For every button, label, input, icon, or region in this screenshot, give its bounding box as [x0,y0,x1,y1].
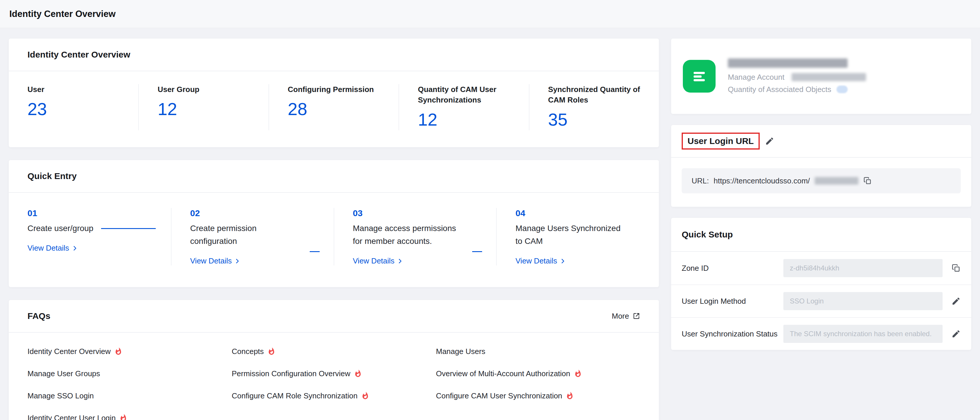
flame-icon [566,392,574,400]
edit-login-method-button[interactable] [951,296,961,306]
account-icon [683,60,716,92]
view-details-label: View Details [190,256,232,266]
faq-label: Configure CAM Role Synchronization [232,391,358,401]
stat-user-group: User Group 12 [138,84,268,130]
chevron-right-icon [560,258,566,264]
chevron-right-icon [72,245,78,251]
view-details-label: View Details [27,243,69,253]
stat-cam-roles-synced: Synchronized Quantity of CAM Roles 35 [529,84,659,130]
page-header: Identity Center Overview [0,0,980,28]
faqs-more-link[interactable]: More [612,312,640,321]
quick-setup-card: Quick Setup Zone ID z-dh5i84h4ukkh User … [671,218,971,350]
stat-value: 28 [288,99,387,120]
edit-icon [951,296,961,306]
overview-card: Identity Center Overview User 23 User Gr… [9,38,659,147]
faq-link[interactable]: Manage Users [436,340,640,363]
row-label: User Login Method [682,297,783,306]
quick-entry-card-header: Quick Entry [9,160,659,193]
stat-configuring-permission: Configuring Permission 28 [269,84,399,130]
faq-label: Identity Center Overview [27,347,111,356]
quick-entry-steps: 01 Create user/group View Details 02 Cre… [9,193,659,287]
stat-user: User 23 [9,84,138,130]
step-number: 04 [515,208,646,218]
flame-icon [267,347,275,355]
view-details-label: View Details [515,256,557,266]
quick-setup-title: Quick Setup [682,229,961,240]
login-method-value: SSO Login [783,292,943,310]
quick-entry-card: Quick Entry 01 Create user/group View De… [9,160,659,287]
stats-row: User 23 User Group 12 Configuring Permis… [9,71,659,147]
faq-label: Manage SSO Login [27,391,94,401]
step-title: Create permission configuration [190,222,304,248]
copy-icon [951,263,961,273]
chevron-right-icon [234,258,240,264]
flame-icon [119,414,127,420]
faq-label: Overview of Multi-Account Authorization [436,369,570,378]
faq-link[interactable]: Manage User Groups [27,363,232,385]
associated-objects-label: Quantity of Associated Objects [728,85,831,94]
faq-link[interactable]: Overview of Multi-Account Authorization [436,363,640,385]
faq-link[interactable]: Configure CAM User Synchronization [436,385,640,407]
faq-link[interactable]: Configure CAM Role Synchronization [232,385,436,407]
faq-link[interactable]: Concepts [232,340,436,363]
view-details-link[interactable]: View Details [190,256,241,266]
zone-id-value: z-dh5i84h4ukkh [783,259,943,277]
edit-icon [765,137,774,146]
quick-setup-row-sync-status: User Synchronization Status The SCIM syn… [671,317,971,350]
copy-zone-id-button[interactable] [951,263,961,273]
faq-label: Manage User Groups [27,369,100,378]
right-column: Manage Account Quantity of Associated Ob… [671,38,971,350]
edit-icon [951,329,961,339]
stat-value: 23 [27,99,127,120]
faq-link[interactable]: Permission Configuration Overview [232,363,436,385]
quick-entry-card-title: Quick Entry [27,171,76,181]
row-label: Zone ID [682,264,783,273]
content: Identity Center Overview User 23 User Gr… [0,28,980,420]
flame-icon [574,369,582,378]
edit-sync-status-button[interactable] [951,329,961,339]
quick-setup-row-login-method: User Login Method SSO Login [671,285,971,317]
step-title: Create user/group [27,222,94,235]
left-column: Identity Center Overview User 23 User Gr… [9,38,659,420]
account-card: Manage Account Quantity of Associated Ob… [671,38,971,114]
stat-label: Synchronized Quantity of CAM Roles [548,84,647,105]
quick-setup-row-zone-id: Zone ID z-dh5i84h4ukkh [671,252,971,285]
row-label: User Synchronization Status [682,329,783,339]
faq-link[interactable]: Identity Center Overview [27,340,232,363]
faq-label: Configure CAM User Synchronization [436,391,562,401]
redacted-url-suffix [815,177,858,185]
view-details-link[interactable]: View Details [515,256,566,266]
url-label: URL: [692,177,709,186]
view-details-link[interactable]: View Details [27,243,78,253]
sync-status-value: The SCIM synchronization has been enable… [783,325,943,343]
redacted-account-name [728,59,848,68]
faqs-card-title: FAQs [27,311,50,321]
faqs-card-header: FAQs More [9,300,659,332]
copy-url-button[interactable] [863,177,872,185]
step-title: Manage Users Synchronized to CAM [515,222,629,248]
faq-link[interactable]: Manage SSO Login [27,385,232,407]
external-link-icon [633,312,640,320]
faqs-grid: Identity Center Overview Concepts Manage… [27,340,640,420]
associated-objects-badge [837,86,848,93]
faq-label: Permission Configuration Overview [232,369,350,378]
stat-label: User Group [158,84,256,95]
quick-entry-step-4: 04 Manage Users Synchronized to CAM View… [496,208,659,266]
more-label: More [612,312,629,321]
overview-card-title: Identity Center Overview [27,50,130,60]
flame-icon [114,347,123,355]
user-login-url-body: URL: https://tencentcloudsso.com/ [671,158,971,207]
step-connector-dash [310,251,320,252]
stat-label: Quantity of CAM User Synchronizations [418,84,517,105]
faq-link[interactable]: Identity Center User Login [27,407,232,420]
view-details-label: View Details [353,256,395,266]
quick-setup-header: Quick Setup [671,218,971,252]
step-connector-line [101,228,156,229]
view-details-link[interactable]: View Details [353,256,404,266]
manage-account-label: Manage Account [728,72,784,82]
edit-login-url-button[interactable] [765,137,774,146]
stat-value: 35 [548,109,647,130]
faqs-body: Identity Center Overview Concepts Manage… [9,332,659,420]
quick-entry-step-3: 03 Manage access permissions for member … [334,208,496,266]
step-number: 02 [190,208,321,218]
